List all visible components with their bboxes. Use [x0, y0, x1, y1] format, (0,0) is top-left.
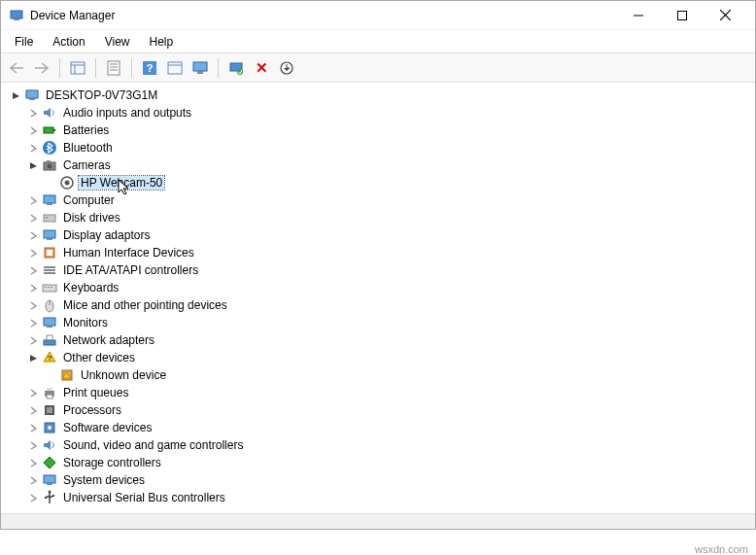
tree-node[interactable]: Audio inputs and outputs	[9, 104, 747, 121]
expand-arrow-icon[interactable]	[26, 403, 40, 417]
tree-node[interactable]: Display adaptors	[9, 226, 747, 244]
node-label: Universal Serial Bus controllers	[61, 491, 227, 504]
tree-node[interactable]: Universal Serial Bus controllers	[9, 489, 747, 506]
expand-arrow-icon[interactable]	[26, 456, 40, 469]
device-tree[interactable]: DESKTOP-0V73G1M Audio inputs and outputs…	[1, 83, 755, 513]
expand-arrow-icon[interactable]	[26, 158, 40, 172]
expand-arrow-icon[interactable]	[26, 246, 40, 260]
device-category-icon	[42, 245, 57, 260]
expand-arrow-icon[interactable]	[26, 106, 40, 120]
node-label: Unknown device	[79, 368, 168, 382]
tree-node[interactable]: Unknown device	[9, 366, 747, 384]
device-category-icon: ?	[42, 350, 57, 365]
app-icon	[9, 8, 24, 23]
device-category-icon	[42, 437, 57, 453]
tree-node[interactable]: Mice and other pointing devices	[9, 296, 747, 314]
expand-arrow-icon[interactable]	[26, 141, 40, 155]
tree-root[interactable]: DESKTOP-0V73G1M	[9, 87, 747, 104]
forward-button[interactable]	[30, 56, 53, 80]
update-driver-icon[interactable]	[275, 56, 298, 80]
expand-arrow-icon[interactable]	[26, 316, 40, 330]
show-hidden-icon[interactable]	[66, 56, 89, 80]
svg-rect-40	[44, 266, 55, 268]
menu-file[interactable]: File	[5, 32, 43, 52]
svg-point-35	[46, 217, 48, 219]
svg-rect-39	[47, 250, 52, 256]
node-label: Batteries	[61, 123, 111, 137]
device-category-icon	[42, 157, 57, 173]
svg-point-60	[48, 426, 52, 430]
expand-arrow-icon[interactable]	[26, 421, 40, 434]
tree-node[interactable]: Batteries	[9, 121, 747, 139]
back-button[interactable]	[5, 56, 28, 80]
tree-node[interactable]: Keyboards	[9, 279, 747, 296]
properties-icon[interactable]	[102, 56, 125, 80]
window-title: Device Manager	[30, 9, 616, 22]
expand-arrow-icon[interactable]	[9, 88, 22, 102]
tree-node[interactable]: Computer	[9, 191, 747, 209]
computer-icon	[24, 87, 40, 103]
root-label: DESKTOP-0V73G1M	[44, 88, 159, 102]
tree-node[interactable]: Cameras	[9, 156, 747, 174]
device-category-icon	[42, 192, 57, 208]
tree-node[interactable]: System devices	[9, 471, 747, 489]
expand-arrow-icon[interactable]	[26, 298, 40, 312]
tree-node[interactable]: HP Webcam-50	[9, 174, 747, 191]
expand-arrow-icon[interactable]	[26, 228, 40, 242]
device-category-icon	[42, 122, 57, 138]
scan-hardware-icon[interactable]	[224, 56, 248, 80]
monitor-icon[interactable]	[189, 56, 212, 80]
uninstall-icon[interactable]	[163, 56, 187, 80]
svg-rect-44	[45, 287, 47, 288]
tree-node[interactable]: Network adapters	[9, 331, 747, 349]
expand-arrow-icon[interactable]	[26, 263, 40, 277]
menu-action[interactable]: Action	[43, 32, 94, 52]
horizontal-scrollbar[interactable]	[1, 513, 755, 529]
expand-arrow-icon[interactable]	[26, 473, 40, 487]
svg-rect-65	[52, 495, 54, 497]
expand-arrow-icon[interactable]	[26, 351, 40, 364]
tree-node[interactable]: Disk drives	[9, 209, 747, 226]
svg-rect-1	[14, 18, 19, 20]
svg-point-64	[45, 497, 47, 499]
tree-node[interactable]: Print queues	[9, 384, 747, 401]
close-button[interactable]	[704, 2, 747, 29]
tree-node[interactable]: Monitors	[9, 314, 747, 331]
device-category-icon	[42, 227, 57, 243]
toolbar-separator	[218, 58, 219, 78]
expand-arrow-icon[interactable]	[26, 491, 40, 504]
expand-arrow-icon[interactable]	[26, 333, 40, 347]
svg-rect-42	[44, 272, 55, 274]
maximize-button[interactable]	[660, 2, 704, 29]
node-label: Network adapters	[61, 333, 156, 347]
svg-rect-17	[193, 62, 207, 71]
svg-rect-51	[44, 340, 55, 345]
tree-node[interactable]: Storage controllers	[9, 454, 747, 471]
delete-icon[interactable]: ✕	[250, 56, 273, 80]
tree-node[interactable]: Sound, video and game controllers	[9, 436, 747, 454]
expand-arrow-icon[interactable]	[26, 386, 40, 399]
help-icon[interactable]: ?	[138, 56, 161, 80]
menu-help[interactable]: Help	[140, 32, 184, 52]
menu-view[interactable]: View	[95, 32, 140, 52]
expand-arrow-icon[interactable]	[26, 438, 40, 452]
expand-arrow-icon[interactable]	[26, 281, 40, 295]
expand-arrow-icon[interactable]	[26, 211, 40, 225]
tree-node[interactable]: ?Other devices	[9, 349, 747, 366]
device-category-icon	[42, 420, 57, 435]
device-category-icon	[42, 332, 57, 348]
watermark: wsxdn.com	[695, 543, 748, 555]
svg-rect-32	[44, 195, 55, 203]
svg-rect-58	[47, 407, 52, 413]
node-label: Disk drives	[61, 211, 122, 225]
node-label: Computer	[61, 193, 117, 207]
tree-node[interactable]: Bluetooth	[9, 139, 747, 156]
tree-node[interactable]: Software devices	[9, 419, 747, 436]
expand-arrow-icon[interactable]	[26, 193, 40, 207]
node-label: Software devices	[61, 421, 154, 434]
tree-node[interactable]: Human Interface Devices	[9, 244, 747, 261]
expand-arrow-icon[interactable]	[26, 123, 40, 137]
tree-node[interactable]: IDE ATA/ATAPI controllers	[9, 261, 747, 279]
tree-node[interactable]: Processors	[9, 401, 747, 419]
minimize-button[interactable]	[616, 2, 660, 29]
